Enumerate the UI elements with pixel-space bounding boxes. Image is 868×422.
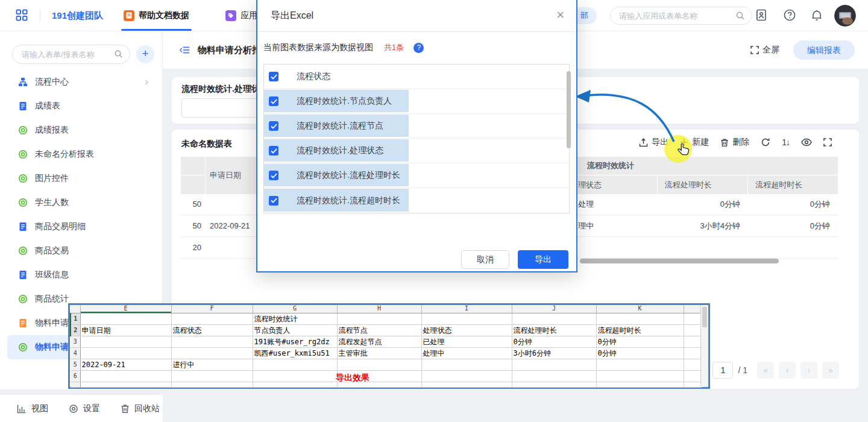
sidebar-item-5[interactable]: 图片控件: [7, 166, 156, 191]
excel-cell: [684, 336, 701, 347]
next-page-button[interactable]: ›: [800, 362, 817, 379]
expand-icon[interactable]: [823, 138, 832, 146]
checkbox-checked-icon[interactable]: [269, 171, 278, 180]
excel-cell: 进行中: [171, 359, 253, 370]
search-icon[interactable]: [114, 49, 123, 61]
notification-bell-icon[interactable]: [810, 8, 823, 24]
export-button[interactable]: 导出: [639, 137, 668, 148]
sidebar-item-2[interactable]: 成绩表: [7, 94, 156, 118]
excel-column-letter: I: [421, 305, 512, 313]
sort-icon[interactable]: 1↓: [782, 137, 790, 147]
excel-cell: [684, 324, 701, 336]
help-icon[interactable]: [783, 8, 796, 24]
table-row[interactable]: 处理中3小时4分钟0分钟: [563, 216, 838, 237]
data-source-text: 当前图表数据来源为数据视图: [263, 42, 373, 53]
first-page-button[interactable]: «: [757, 362, 774, 379]
sidebar-item-label: 商品统计: [35, 294, 69, 304]
user-avatar[interactable]: [834, 5, 856, 27]
fullscreen-button[interactable]: 全屏: [750, 31, 779, 69]
document-icon: [18, 270, 28, 280]
export-field-row[interactable]: 流程时效统计.流程处理时长: [264, 163, 569, 188]
global-search-input[interactable]: [619, 8, 731, 24]
refresh-icon[interactable]: [761, 137, 770, 147]
tab-help-doc-data[interactable]: 帮助文档数据: [124, 0, 189, 31]
excel-cell: 流程处理时长: [512, 324, 596, 336]
excel-cell: 流程超时时长: [596, 324, 684, 336]
excel-column-letter: G: [253, 305, 337, 313]
views-button[interactable]: 视图: [17, 403, 48, 414]
sidebar-item-label: 学生人数: [35, 197, 69, 208]
sidebar-item-8[interactable]: 商品交易: [7, 239, 156, 263]
recycle-bin-button[interactable]: 回收站: [121, 403, 160, 414]
excel-cell: 流程节点: [337, 324, 421, 336]
horizontal-scrollbar[interactable]: [580, 259, 779, 263]
export-confirm-button[interactable]: 导出: [518, 250, 568, 269]
sidebar-item-9[interactable]: 班级信息: [7, 263, 156, 287]
report-icon: [18, 294, 28, 304]
page-input[interactable]: 1: [712, 362, 733, 379]
close-icon[interactable]: ×: [556, 8, 564, 22]
export-field-row[interactable]: 流程时效统计.节点负责人: [264, 89, 569, 114]
excel-row-number: 3: [71, 336, 80, 347]
checkbox-checked-icon[interactable]: [269, 121, 278, 131]
chevron-right-icon: ›: [145, 77, 148, 87]
checkbox-checked-icon[interactable]: [269, 96, 278, 106]
prev-page-button[interactable]: ‹: [779, 362, 796, 379]
checkbox-checked-icon[interactable]: [269, 72, 278, 81]
table-row[interactable]: 已处理0分钟0分钟: [563, 194, 838, 215]
collapse-sidebar-icon[interactable]: [178, 44, 190, 58]
report-icon: [18, 246, 28, 256]
column-headers: 处理状态 流程处理时长 流程超时时长: [563, 175, 838, 194]
contacts-icon[interactable]: [755, 8, 768, 24]
tab-app[interactable]: 应用: [225, 0, 257, 31]
tag-app-icon: [225, 10, 236, 21]
app-launcher-icon[interactable]: [16, 9, 28, 24]
excel-cell: 流程发起节点: [337, 336, 421, 347]
excel-scrollbar-thumb[interactable]: [702, 307, 707, 327]
team-name[interactable]: 191创建团队: [52, 0, 103, 31]
excel-cell: [421, 359, 512, 370]
sidebar-item-4[interactable]: 未命名分析报表: [7, 142, 156, 166]
modal-header: 导出Excel ×: [257, 0, 576, 32]
excel-cell: [596, 359, 684, 370]
excel-cell: [171, 336, 253, 347]
search-icon[interactable]: [735, 11, 745, 23]
excel-row-number: [71, 382, 80, 387]
table-toolbar: 导出 新建 删除 1↓: [639, 137, 832, 148]
last-page-button[interactable]: »: [822, 362, 839, 379]
settings-button[interactable]: 设置: [69, 403, 100, 414]
export-field-row[interactable]: 流程时效统计.处理状态: [264, 139, 569, 163]
sidebar-item-7[interactable]: 商品交易明细: [7, 215, 156, 239]
export-field-row[interactable]: 流程时效统计.流程节点: [264, 114, 569, 139]
report-icon: [18, 198, 28, 207]
add-form-button[interactable]: +: [136, 45, 154, 63]
delete-button[interactable]: 删除: [720, 137, 749, 148]
checkbox-checked-icon[interactable]: [269, 196, 278, 206]
help-circle-icon[interactable]: ?: [414, 43, 424, 53]
excel-cell: [684, 347, 701, 359]
excel-cell: 节点负责人: [253, 324, 337, 336]
edit-report-button[interactable]: 编辑报表: [793, 40, 855, 60]
sidebar-item-1[interactable]: 流程中心›: [7, 70, 156, 94]
excel-cell: [596, 370, 684, 382]
excel-cell: [171, 347, 253, 359]
sidebar-item-label: 物料申请: [35, 318, 69, 329]
excel-column-letter: F: [171, 305, 253, 313]
export-excel-modal: 导出Excel × 当前图表数据来源为数据视图 共1条 ? 流程状态流程时效统计…: [256, 0, 577, 272]
visibility-icon[interactable]: [801, 138, 812, 146]
cancel-button[interactable]: 取消: [461, 250, 509, 269]
export-field-row[interactable]: 流程时效统计.流程超时时长: [264, 188, 569, 213]
sidebar-item-3[interactable]: 成绩报表: [7, 118, 156, 142]
sidebar-footer: 视图 设置 回收站: [0, 394, 163, 422]
table-row[interactable]: [563, 238, 838, 259]
checkbox-checked-icon[interactable]: [269, 146, 278, 156]
export-field-row[interactable]: 流程状态: [264, 65, 569, 89]
sidebar-item-6[interactable]: 学生人数: [7, 191, 156, 215]
trash-icon: [121, 404, 130, 414]
modal-list-scrollbar[interactable]: [567, 71, 571, 148]
form-search-input[interactable]: [22, 46, 112, 62]
table-header-index-top: [181, 157, 205, 175]
filter-label: 流程时效统计.处理状态: [181, 84, 268, 95]
duration-cell: 0分钟: [657, 194, 747, 215]
create-button[interactable]: 新建: [680, 137, 709, 148]
